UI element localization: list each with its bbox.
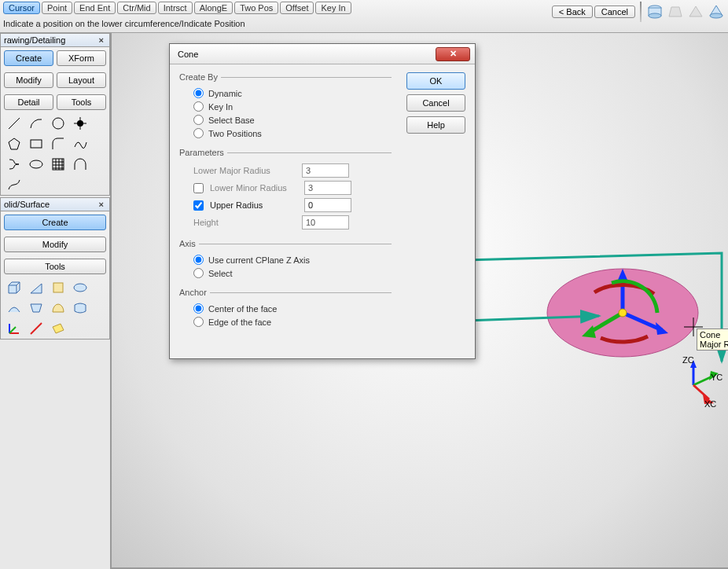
radio-center-face[interactable] (193, 303, 204, 314)
spline-icon[interactable] (72, 135, 89, 152)
tooltip-line2: Major R (700, 340, 728, 349)
help-button[interactable]: Help (406, 116, 465, 134)
radio-select-base-label: Select Base (208, 116, 255, 125)
radio-center-face-label: Center of the face (208, 304, 277, 314)
lower-major-radius-input[interactable] (302, 163, 349, 178)
snap-point[interactable]: Point (42, 2, 72, 14)
solid-box-icon[interactable] (6, 279, 23, 296)
upper-radius-checkbox[interactable] (193, 200, 204, 211)
svg-marker-32 (31, 284, 42, 293)
create-by-group: Create By Dynamic Key In Select Base Two… (179, 72, 392, 141)
drawing-modify-button[interactable]: Modify (4, 72, 53, 88)
drawing-layout-button[interactable]: Layout (57, 72, 106, 88)
anchor-legend: Anchor (179, 288, 210, 297)
helix-icon[interactable] (6, 156, 23, 173)
solid-plane-icon[interactable] (50, 320, 67, 337)
solid-modify-button[interactable]: Modify (4, 237, 106, 252)
primitive-shape-icons (646, 4, 725, 20)
radio-dynamic-label: Dynamic (208, 89, 242, 98)
svg-line-38 (31, 323, 42, 334)
dialog-titlebar[interactable]: Cone ✕ (170, 44, 475, 64)
svg-point-30 (30, 160, 42, 168)
lower-minor-radius-input[interactable] (304, 181, 351, 195)
panel-drawing-detailing: rawing/Detailing × Create XForm Modify L… (0, 33, 110, 196)
svg-marker-28 (9, 138, 20, 149)
panel-solid-close-icon[interactable]: × (97, 200, 106, 209)
fillet-icon[interactable] (50, 135, 67, 152)
drawing-xform-button[interactable]: XForm (57, 50, 106, 66)
dialog-cancel-button[interactable]: Cancel (406, 94, 465, 112)
radio-two-positions-label: Two Positions (208, 129, 262, 138)
back-button[interactable]: < Back (552, 6, 593, 18)
parameters-legend: Parameters (179, 148, 227, 157)
cone-icon[interactable] (708, 4, 725, 20)
height-input[interactable] (302, 215, 349, 229)
solid-wedge-icon[interactable] (28, 279, 45, 296)
radio-use-cplane-z[interactable] (193, 255, 204, 265)
solid-patch-icon[interactable] (72, 299, 89, 317)
hatch-icon[interactable] (50, 156, 67, 173)
radio-axis-select-label: Select (208, 269, 233, 278)
solid-sweep-icon[interactable] (6, 299, 23, 317)
point-icon[interactable] (72, 115, 89, 132)
radio-two-positions[interactable] (193, 128, 204, 138)
dialog-close-icon[interactable]: ✕ (436, 47, 470, 61)
radio-use-cplane-z-label: Use current CPlane Z Axis (208, 255, 310, 265)
snap-end-ent[interactable]: End Ent (74, 2, 116, 14)
svg-marker-3 (669, 7, 682, 17)
snap-alonge[interactable]: AlongE (194, 2, 233, 14)
radio-key-in[interactable] (193, 101, 204, 112)
cylinder-icon[interactable] (646, 4, 664, 20)
cancel-top-button[interactable]: Cancel (594, 6, 635, 18)
polygon-icon[interactable] (6, 135, 23, 152)
drawing-create-button[interactable]: Create (4, 50, 53, 66)
axis-label-yc: YC (711, 373, 722, 382)
rectangle-icon[interactable] (28, 135, 45, 152)
snap-intrsct[interactable]: Intrsct (158, 2, 193, 14)
left-column: rawing/Detailing × Create XForm Modify L… (0, 33, 110, 569)
arch-icon[interactable] (72, 156, 89, 173)
svg-point-2 (649, 13, 661, 18)
circle-icon[interactable] (50, 115, 67, 132)
radio-select-base[interactable] (193, 115, 204, 125)
drawing-tools-button[interactable]: Tools (57, 94, 106, 110)
solid-dome-icon[interactable] (50, 299, 67, 317)
sketch-icon[interactable] (6, 176, 23, 193)
panel-solid-title: olid/Surface (4, 200, 50, 209)
snap-cursor[interactable]: Cursor (3, 2, 40, 14)
solid-create-button[interactable]: Create (4, 215, 106, 230)
cone-dialog: Cone ✕ OK Cancel Help Create By Dynamic … (169, 43, 476, 359)
solid-axis-icon[interactable] (28, 320, 45, 337)
pyramid-icon[interactable] (687, 4, 704, 20)
drawing-detail-button[interactable]: Detail (4, 94, 53, 110)
lower-minor-radius-checkbox[interactable] (193, 183, 204, 193)
lower-minor-radius-label: Lower Minor Radius (210, 183, 298, 193)
truncated-cone-icon[interactable] (667, 4, 684, 20)
solid-csys-icon[interactable] (6, 320, 23, 337)
cone-tooltip: Cone Major R (697, 329, 728, 351)
command-prompt: Indicate a position on the lower circumf… (3, 19, 245, 28)
svg-line-21 (693, 385, 709, 399)
snap-two-pos[interactable]: Two Pos (234, 2, 278, 14)
arc-icon[interactable] (28, 115, 45, 132)
snap-key-in[interactable]: Key In (315, 2, 351, 14)
ellipse-icon[interactable] (28, 156, 45, 173)
create-by-legend: Create By (179, 72, 221, 82)
panel-drawing-close-icon[interactable]: × (97, 35, 106, 45)
ok-button[interactable]: OK (406, 72, 465, 90)
radio-edge-face[interactable] (193, 317, 204, 327)
line-icon[interactable] (6, 115, 23, 132)
solid-revolve-icon[interactable] (72, 279, 89, 296)
solid-extrude-icon[interactable] (50, 279, 67, 296)
solid-loft-icon[interactable] (28, 299, 45, 317)
top-right-group: < Back Cancel (552, 2, 725, 22)
svg-point-6 (710, 13, 722, 18)
snap-ctr-mid[interactable]: Ctr/Mid (117, 2, 156, 14)
upper-radius-input[interactable] (304, 198, 351, 212)
snap-offset[interactable]: Offset (280, 2, 314, 14)
solid-tools-button[interactable]: Tools (4, 259, 106, 274)
radio-edge-face-label: Edge of the face (208, 318, 271, 327)
height-label: Height (193, 218, 296, 227)
radio-dynamic[interactable] (193, 88, 204, 98)
radio-axis-select[interactable] (193, 268, 204, 278)
